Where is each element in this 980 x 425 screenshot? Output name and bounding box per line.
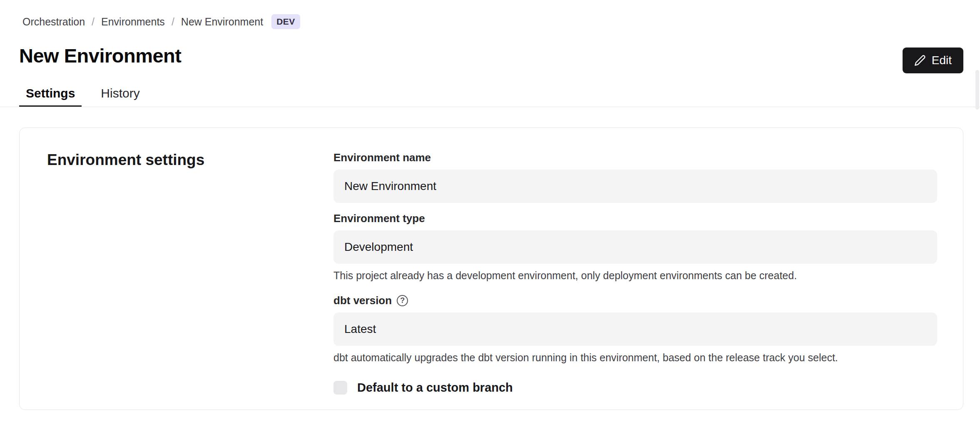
custom-branch-label: Default to a custom branch [357, 381, 513, 395]
breadcrumb-environments[interactable]: Environments [101, 16, 165, 28]
environment-type-label: Environment type [333, 212, 937, 225]
dbt-version-label: dbt version ? [333, 294, 937, 307]
edit-button[interactable]: Edit [903, 48, 963, 73]
breadcrumb-new-environment[interactable]: New Environment [181, 16, 263, 28]
spacer [333, 282, 937, 294]
dbt-version-helper: dbt automatically upgrades the dbt versi… [333, 351, 937, 365]
page-title: New Environment [19, 44, 181, 67]
tab-bar: Settings History [19, 81, 147, 107]
edit-button-label: Edit [932, 54, 952, 67]
environment-settings-form: Environment name Environment type This p… [333, 151, 937, 395]
environment-settings-card: Environment settings Environment name En… [19, 128, 963, 410]
custom-branch-checkbox[interactable] [333, 381, 347, 395]
breadcrumb: Orchestration / Environments / New Envir… [22, 14, 300, 29]
tab-history[interactable]: History [94, 81, 146, 107]
tab-settings[interactable]: Settings [19, 81, 82, 107]
breadcrumb-orchestration[interactable]: Orchestration [22, 16, 85, 28]
spacer [333, 203, 937, 212]
custom-branch-row: Default to a custom branch [333, 381, 937, 395]
help-icon[interactable]: ? [397, 295, 408, 306]
breadcrumb-separator: / [172, 16, 174, 28]
environment-type-select[interactable] [333, 230, 937, 264]
dev-badge: DEV [271, 14, 300, 29]
environment-name-label: Environment name [333, 151, 937, 164]
card-heading: Environment settings [47, 151, 204, 169]
environment-name-input[interactable] [333, 170, 937, 203]
scrollbar-thumb[interactable] [975, 70, 979, 110]
pencil-icon [914, 55, 926, 66]
breadcrumb-separator: / [92, 16, 95, 28]
dbt-version-label-text: dbt version [333, 294, 392, 307]
environment-type-helper: This project already has a development e… [333, 269, 937, 282]
tabs-divider [0, 107, 980, 107]
dbt-version-select[interactable] [333, 312, 937, 346]
